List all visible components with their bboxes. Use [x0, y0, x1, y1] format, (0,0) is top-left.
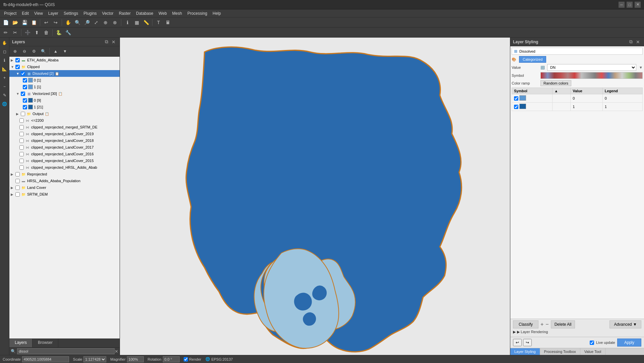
menu-item-plugins[interactable]: Plugins — [81, 10, 99, 16]
magnifier-input[interactable] — [127, 356, 144, 362]
add-layer-btn[interactable]: ⊕ — [11, 47, 19, 56]
list-item[interactable]: ⋈ clipped_reprojected_HRSL_Addis_Abab — [9, 164, 120, 171]
layer-checkbox[interactable] — [19, 139, 24, 143]
menu-item-help[interactable]: Help — [210, 10, 224, 16]
left-3d-button[interactable]: 🌐 — [1, 100, 9, 108]
table-row[interactable]: 0 0 — [512, 94, 643, 103]
layer-rendering-expand-icon[interactable]: ▶ — [513, 330, 516, 334]
digitize-button[interactable]: ✏ — [1, 28, 10, 37]
layer-checkbox[interactable] — [19, 145, 24, 150]
symbol-color-bar[interactable] — [540, 72, 643, 79]
zoom-out-button[interactable]: 🔎 — [82, 18, 91, 27]
layer-label[interactable]: <=2200 — [31, 118, 44, 122]
layer-label[interactable]: ETH_Addis_Ababa — [27, 58, 59, 62]
list-item[interactable]: ▶ 📁 Reprojected — [9, 171, 120, 177]
minimize-button[interactable]: ─ — [619, 2, 625, 8]
layer-checkbox[interactable] — [23, 105, 27, 109]
save-project-button[interactable]: 💾 — [20, 18, 29, 27]
list-item[interactable]: ⋈ clipped_reprojected_LandCover_2016 — [9, 151, 120, 157]
identify-button[interactable]: ℹ — [123, 18, 132, 27]
tab-layer-styling[interactable]: Layer Styling — [510, 348, 540, 355]
select-button[interactable]: ▦ — [132, 18, 141, 27]
categorized-tab[interactable]: Categorized — [519, 56, 546, 63]
open-project-button[interactable]: 📂 — [11, 18, 19, 27]
menu-item-layer[interactable]: Layer — [46, 10, 61, 16]
expand-icon[interactable]: ▶ — [11, 186, 15, 190]
add-feature-button[interactable]: ➕ — [23, 28, 32, 37]
menu-item-settings[interactable]: Settings — [61, 10, 81, 16]
layer-label[interactable]: Clipped — [27, 65, 40, 69]
row-color[interactable] — [519, 95, 526, 101]
layers-panel-close-button[interactable]: ✕ — [110, 39, 117, 45]
list-item[interactable]: ▼ ▦ Vectorized [30] 📋 — [9, 90, 120, 97]
new-project-button[interactable]: 📄 — [1, 18, 10, 27]
expand-icon[interactable]: ▼ — [16, 72, 20, 75]
menu-item-project[interactable]: Project — [1, 10, 19, 16]
row-color[interactable] — [519, 104, 526, 109]
layer-label[interactable]: 1 [1] — [34, 85, 41, 89]
classify-button[interactable]: Classify — [513, 320, 538, 328]
list-item[interactable]: ▶ 📁 Output 📋 — [9, 110, 120, 117]
layer-label[interactable]: 0 [9] — [34, 98, 41, 102]
live-update-checkbox[interactable] — [590, 341, 594, 345]
map-area[interactable] — [120, 38, 510, 355]
plus-icon[interactable]: + — [540, 321, 543, 327]
layer-label[interactable]: clipped_reprojected_LandCover_2017 — [31, 145, 94, 149]
layer-checkbox[interactable] — [21, 92, 25, 96]
tab-value-tool[interactable]: Value Tool — [580, 348, 605, 355]
left-pan-button[interactable]: ✋ — [1, 39, 9, 47]
expand-icon[interactable]: ▶ — [16, 112, 20, 116]
left-annotate-button[interactable]: ✎ — [1, 91, 9, 99]
list-item[interactable]: ⋈ <=2200 — [9, 117, 120, 124]
measure-button[interactable]: 📏 — [142, 18, 150, 27]
layers-panel-float-button[interactable]: ⧉ — [104, 39, 110, 45]
layer-label[interactable]: SRTM_DEM — [27, 192, 48, 196]
layer-checkbox[interactable] — [19, 165, 24, 170]
tab-processing-toolbox[interactable]: Processing Toolbox — [540, 348, 580, 355]
expand-icon[interactable]: ▶ — [11, 193, 15, 196]
col-sort[interactable]: ▲ — [552, 88, 571, 94]
menu-item-view[interactable]: View — [31, 10, 46, 16]
layer-checkbox[interactable] — [19, 125, 24, 129]
maximize-button[interactable]: □ — [627, 2, 633, 8]
advanced-button[interactable]: Advanced ▼ — [609, 320, 641, 328]
zoom-selection-button[interactable]: ⊗ — [111, 18, 119, 27]
row-checkbox[interactable] — [514, 105, 518, 109]
styling-panel-float-button[interactable]: ⧉ — [628, 39, 634, 45]
expand-icon[interactable]: ▶ — [11, 58, 15, 62]
left-identify-button[interactable]: ℹ — [1, 56, 9, 64]
zoom-full-button[interactable]: ⤢ — [92, 18, 101, 27]
list-item[interactable]: ▼ ▦ Dissolved [2] 📋 — [9, 70, 120, 77]
layer-label[interactable]: Vectorized [30] — [33, 92, 57, 96]
table-row[interactable]: 1 1 — [512, 103, 643, 111]
delete-feature-button[interactable]: 🗑 — [42, 28, 51, 37]
rotation-input[interactable] — [163, 356, 180, 362]
menu-item-vector[interactable]: Vector — [100, 10, 116, 16]
move-layer-up-btn[interactable]: ▲ — [51, 47, 60, 56]
list-item[interactable]: ⋈ clipped_reprojected_LandCover_2015 — [9, 157, 120, 164]
layer-checkbox[interactable] — [19, 118, 24, 123]
list-item[interactable]: 1 [21] — [9, 104, 120, 110]
expand-icon[interactable]: ▶ — [11, 172, 15, 176]
left-zoom-in-button[interactable]: + — [1, 74, 9, 82]
zoom-layer-button[interactable]: ⊕ — [101, 18, 110, 27]
menu-item-web[interactable]: Web — [156, 10, 169, 16]
menu-item-database[interactable]: Database — [133, 10, 156, 16]
layer-label[interactable]: Reprojected — [27, 172, 47, 176]
close-button[interactable]: ✕ — [635, 2, 641, 8]
layer-checkbox[interactable] — [21, 112, 25, 116]
value-dropdown[interactable]: DN — [547, 64, 636, 71]
list-item[interactable]: ▶ 📁 Land Cover — [9, 184, 120, 191]
apply-button[interactable]: Apply — [617, 339, 641, 347]
render-checkbox[interactable] — [184, 356, 188, 362]
label-button[interactable]: T — [154, 18, 163, 27]
layer-search-input[interactable] — [17, 348, 115, 354]
epsg-field[interactable]: 🌐 EPSG:20137 — [205, 357, 233, 361]
list-item[interactable]: ▶ ▬ ETH_Addis_Ababa — [9, 57, 120, 63]
coordinate-input[interactable] — [22, 356, 69, 362]
expand-icon[interactable]: ▼ — [16, 92, 20, 96]
layer-checkbox[interactable] — [19, 132, 24, 136]
menu-item-raster[interactable]: Raster — [116, 10, 133, 16]
layer-label[interactable]: clipped_reprojected_LandCover_2018 — [31, 139, 94, 143]
filter-layer-btn[interactable]: 🔍 — [39, 47, 48, 56]
